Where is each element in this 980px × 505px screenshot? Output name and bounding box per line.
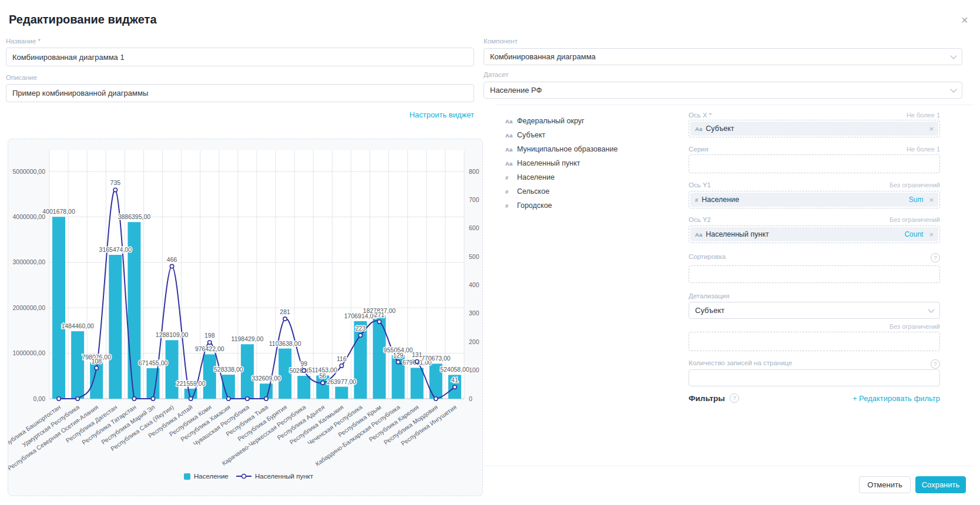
description-label: Описание — [6, 74, 37, 81]
svg-text:400: 400 — [469, 281, 479, 288]
svg-text:700: 700 — [469, 196, 479, 203]
svg-text:100: 100 — [469, 366, 479, 373]
svg-text:300: 300 — [469, 309, 479, 317]
svg-text:671455,00: 671455,00 — [139, 359, 168, 366]
svg-text:500: 500 — [469, 253, 479, 260]
detalization-select[interactable]: Субъект — [689, 302, 940, 319]
svg-text:770673,00: 770673,00 — [421, 355, 451, 362]
svg-text:99: 99 — [300, 360, 307, 367]
svg-text:976422,00: 976422,00 — [195, 345, 224, 352]
svg-text:528338,00: 528338,00 — [214, 366, 243, 373]
axis-y2-limit: Без ограничений — [890, 216, 940, 223]
extra-dropzone[interactable] — [689, 332, 940, 351]
help-icon[interactable]: ? — [931, 359, 940, 369]
svg-text:466: 466 — [167, 256, 177, 263]
text-field-icon: Аа — [505, 146, 515, 153]
dataset-field-item[interactable]: #Население — [505, 170, 617, 184]
svg-text:600: 600 — [469, 224, 479, 231]
svg-text:1103638,00: 1103638,00 — [269, 340, 301, 347]
dataset-field-item[interactable]: АаСубъект — [505, 128, 617, 142]
axis-y2-dropzone[interactable]: Аа Населенный пункт Count × — [689, 225, 940, 243]
axis-y1-limit: Без ограничений — [890, 181, 940, 188]
svg-text:3000000,00: 3000000,00 — [13, 258, 46, 265]
svg-text:131: 131 — [412, 351, 422, 358]
divider — [495, 105, 973, 105]
remove-icon[interactable]: × — [929, 196, 934, 204]
svg-text:1000000,00: 1000000,00 — [13, 349, 46, 356]
axis-y2-chip-label: Населенный пункт — [706, 230, 769, 238]
remove-icon[interactable]: × — [929, 124, 934, 133]
axis-x-dropzone[interactable]: Аа Субъект × — [689, 120, 940, 137]
svg-text:3886395,00: 3886395,00 — [118, 213, 151, 220]
chevron-down-icon — [928, 306, 934, 312]
component-label: Компонент — [484, 38, 518, 45]
cancel-button[interactable]: Отменить — [859, 476, 911, 493]
dataset-field-name: Федеральный округ — [517, 117, 585, 125]
svg-text:56: 56 — [319, 372, 326, 379]
page-size-label: Количество записей на странице — [689, 359, 792, 369]
svg-text:4001678,00: 4001678,00 — [42, 208, 75, 215]
remove-icon[interactable]: × — [929, 230, 934, 239]
dataset-field-item[interactable]: АаНаселенный пункт — [505, 156, 617, 170]
axis-y1-dropzone[interactable]: # Население Sum × — [689, 191, 940, 208]
svg-text:4000000,00: 4000000,00 — [13, 213, 46, 220]
svg-text:200: 200 — [469, 338, 479, 345]
aggregation-badge[interactable]: Count — [904, 230, 923, 238]
sorting-dropzone[interactable] — [689, 265, 940, 283]
number-field-icon: # — [695, 197, 698, 203]
svg-text:2000000,00: 2000000,00 — [13, 304, 46, 311]
help-icon[interactable]: ? — [730, 393, 739, 403]
axis-x-chip[interactable]: Аа Субъект × — [690, 122, 938, 136]
divider — [484, 466, 973, 466]
series-dropzone[interactable] — [689, 154, 940, 173]
name-input[interactable] — [6, 48, 474, 66]
svg-text:0: 0 — [469, 395, 472, 402]
edit-filter-link[interactable]: + Редактировать фильтр — [853, 394, 940, 403]
description-input[interactable] — [6, 84, 474, 102]
chevron-down-icon — [950, 52, 956, 59]
close-icon[interactable]: × — [961, 14, 968, 26]
series-limit: Не более 1 — [907, 146, 940, 153]
svg-text:735: 735 — [110, 179, 121, 186]
text-field-icon: Аа — [695, 231, 702, 238]
dataset-field-name: Сельское — [517, 187, 549, 196]
axis-y2-chip[interactable]: Аа Населенный пункт Count × — [690, 227, 938, 241]
dataset-field-name: Муниципальное образование — [517, 145, 617, 153]
svg-text:0,00: 0,00 — [33, 395, 46, 402]
component-value: Комбинированная диаграмма — [490, 52, 951, 61]
component-select[interactable]: Комбинированная диаграмма — [484, 48, 962, 65]
dataset-field-name: Населенный пункт — [517, 159, 580, 167]
detalization-label: Детализация — [689, 292, 729, 299]
dataset-field-item[interactable]: #Городское — [505, 198, 617, 213]
aggregation-badge[interactable]: Sum — [909, 196, 924, 204]
dataset-field-item[interactable]: #Сельское — [505, 184, 617, 198]
number-field-icon: # — [505, 174, 515, 181]
axis-y2-label: Ось Y2 — [689, 216, 711, 223]
number-field-icon: # — [505, 188, 515, 195]
svg-text:129: 129 — [393, 352, 404, 359]
help-icon[interactable]: ? — [931, 253, 940, 262]
number-field-icon: # — [505, 203, 515, 209]
svg-text:221559,00: 221559,00 — [176, 380, 206, 387]
text-field-icon: Аа — [505, 132, 515, 139]
text-field-icon: Аа — [505, 160, 515, 167]
series-label: Серия — [689, 146, 709, 153]
svg-text:Населенный пункт: Населенный пункт — [255, 473, 314, 480]
svg-text:332609,00: 332609,00 — [251, 375, 281, 382]
dataset-field-item[interactable]: АаФедеральный округ — [505, 114, 617, 128]
text-field-icon: Аа — [695, 126, 702, 132]
save-button[interactable]: Сохранить — [915, 476, 966, 493]
dataset-select[interactable]: Население РФ — [484, 82, 962, 99]
svg-text:Население: Население — [194, 473, 229, 480]
axis-y1-chip[interactable]: # Население Sum × — [690, 193, 938, 207]
svg-text:263977,00: 263977,00 — [327, 378, 357, 385]
svg-text:3165474,00: 3165474,00 — [99, 246, 132, 253]
svg-text:5000000,00: 5000000,00 — [13, 168, 46, 175]
page-size-input[interactable] — [689, 369, 940, 386]
configure-widget-link[interactable]: Настроить виджет — [410, 110, 474, 119]
svg-text:198: 198 — [204, 332, 215, 339]
svg-text:116: 116 — [337, 355, 347, 362]
dataset-field-item[interactable]: АаМуниципальное образование — [505, 142, 617, 156]
svg-text:1288109,00: 1288109,00 — [156, 331, 189, 338]
svg-text:281: 281 — [280, 308, 290, 315]
